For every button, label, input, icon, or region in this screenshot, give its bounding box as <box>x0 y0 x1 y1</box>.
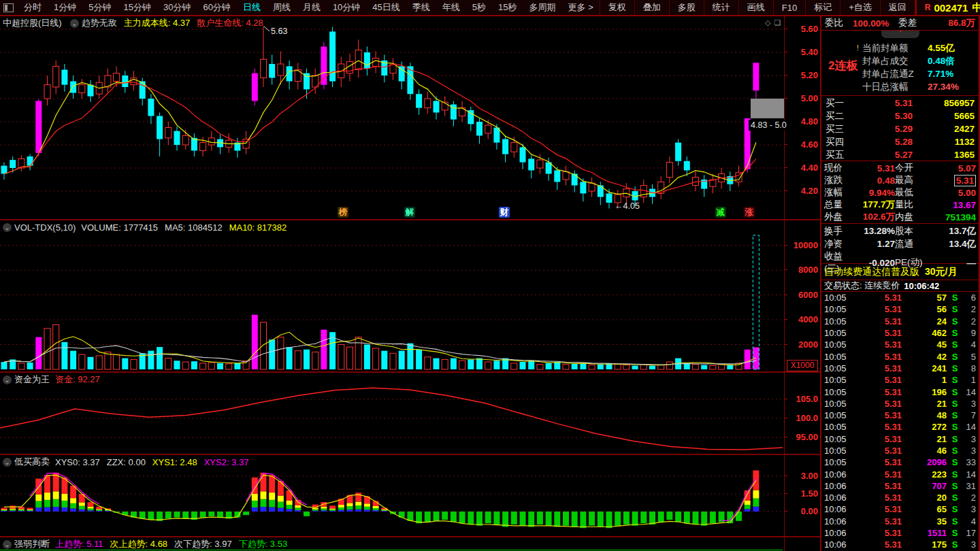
tick-count: 17 <box>963 528 976 538</box>
period-tab[interactable]: 15秒 <box>492 1 523 14</box>
chevron-down-icon[interactable]: ⌄ <box>3 375 12 384</box>
tick-price: 5.31 <box>857 457 902 467</box>
axis-tick-label: 5.20 <box>787 70 818 80</box>
quote-value: 5.31 <box>926 176 976 186</box>
window-icon[interactable] <box>3 3 14 12</box>
tick-direction: S <box>947 516 963 527</box>
svg-text:5.63: 5.63 <box>271 27 287 36</box>
volume-chart[interactable] <box>0 220 784 371</box>
toolbar-button[interactable]: 返回 <box>880 0 915 15</box>
period-tab[interactable]: 季线 <box>406 1 436 14</box>
tick-row: 10:065.3135S4 <box>821 516 979 527</box>
toolbar-button[interactable]: F10 <box>773 0 805 15</box>
axis-tick-label: 8000 <box>787 265 818 275</box>
limit-up-stats: !当前封单额4.55亿封单占成交0.48倍封单占流通Z7.71%十日总涨幅27.… <box>857 41 959 93</box>
toolbar-button[interactable]: 复权 <box>600 0 634 15</box>
quote-value: 13.7亿 <box>926 225 976 237</box>
period-tab[interactable]: 多周期 <box>523 1 562 14</box>
fundamental-grid: 换手13.28%股本13.7亿净资1.27流通13.4亿收益(三)-0.020P… <box>821 224 979 264</box>
quote-value: 102.6万 <box>853 211 895 223</box>
tick-time: 10:05 <box>824 457 857 467</box>
tick-time: 10:06 <box>824 481 857 491</box>
tick-time: 10:05 <box>824 352 857 362</box>
tick-row: 10:055.3156S2 <box>821 303 979 315</box>
top-menu-bar: 分时1分钟5分钟15分钟30分钟60分钟日线周线月线10分钟45日线季线年线5秒… <box>0 0 980 16</box>
event-marker-icon[interactable]: 解 <box>404 207 415 218</box>
stat-row: 十日总涨幅27.34% <box>857 80 959 93</box>
period-tab[interactable]: 15分钟 <box>117 1 157 14</box>
axis-tick-label: 0.00 <box>787 506 818 516</box>
period-tab[interactable]: 日线 <box>237 1 267 14</box>
tick-volume: 42 <box>902 352 947 362</box>
period-tab[interactable]: 10分钟 <box>327 1 366 14</box>
event-marker-icon[interactable]: 减 <box>715 207 726 218</box>
period-tab[interactable]: 5分钟 <box>82 1 117 14</box>
quote-row: 净资1.27流通13.4亿 <box>821 237 979 250</box>
collapse-chip[interactable]: ⌃ <box>881 31 919 38</box>
chevron-down-icon[interactable]: ⌄ <box>3 540 12 549</box>
toolbar-buttons: 复权叠加多股统计画线F10标记+自选返回 <box>600 0 915 15</box>
tick-price: 5.31 <box>857 339 902 350</box>
quote-row: 外盘102.6万内盘751394 <box>821 211 979 223</box>
toolbar-button[interactable]: 多股 <box>669 0 704 15</box>
period-tab[interactable]: 45日线 <box>366 1 406 14</box>
period-tab[interactable]: 周线 <box>267 1 297 14</box>
quote-label: 净资 <box>824 238 853 250</box>
tick-price: 5.31 <box>857 492 902 503</box>
chevron-down-icon[interactable]: ⌄ <box>70 19 79 28</box>
banner-price[interactable]: 30元/月 <box>925 266 957 278</box>
event-marker-icon[interactable]: 涨 <box>744 207 755 218</box>
period-tab[interactable]: 5秒 <box>466 1 492 14</box>
weicha-value: 86.8万 <box>948 17 975 29</box>
quote-label: 涨幅 <box>824 186 853 199</box>
quote-row: 换手13.28%股本13.7亿 <box>821 224 979 237</box>
tick-direction: S <box>947 339 963 350</box>
strength-up-label: 上趋势: 5.11 <box>55 538 103 550</box>
tick-count: 4 <box>963 516 976 527</box>
buy-price: 5.29 <box>855 124 913 134</box>
period-tab[interactable]: 60分钟 <box>197 1 236 14</box>
period-tab[interactable]: 分时 <box>18 1 48 14</box>
buy-price: 5.28 <box>855 137 913 147</box>
chevron-down-icon[interactable]: ⌄ <box>3 223 12 232</box>
volume-header: ⌄ VOL-TDX(5,10) VOLUME: 1777415 MA5: 108… <box>0 221 293 233</box>
tick-price: 5.31 <box>857 316 902 327</box>
chevron-down-icon[interactable]: ⌄ <box>3 458 12 467</box>
panel-icon[interactable]: ❏ <box>774 18 784 27</box>
period-tab[interactable]: 年线 <box>436 1 466 14</box>
tick-volume: 707 <box>902 481 947 491</box>
tick-price: 5.31 <box>857 504 902 514</box>
period-tab[interactable]: 30分钟 <box>157 1 197 14</box>
subscription-banner[interactable]: 自动续费通达信普及版 30元/月 <box>821 264 979 280</box>
lbgs-xys2-label: XYS2: 3.37 <box>204 457 249 467</box>
chart-header-icons[interactable]: ◇❏ <box>765 18 784 27</box>
axis-tick-label: 5.00 <box>787 93 818 103</box>
tick-row: 10:055.3148S7 <box>821 410 979 421</box>
event-marker-icon[interactable]: 财 <box>499 207 510 218</box>
buy-volume: 2427 <box>913 124 979 134</box>
candlestick-chart[interactable]: 5.63 <box>0 16 784 219</box>
stat-row: !当前封单额4.55亿 <box>857 41 959 54</box>
event-marker-icon[interactable]: 榜 <box>338 207 348 218</box>
period-tab[interactable]: 更多 > <box>562 1 600 14</box>
toolbar-button[interactable]: +自选 <box>840 0 880 15</box>
stock-title: R 002471 中超控股 <box>915 0 980 15</box>
tick-count: 14 <box>963 469 976 480</box>
tick-volume: 462 <box>902 328 947 338</box>
tick-direction: S <box>947 328 963 338</box>
tick-direction: S <box>947 446 963 456</box>
tick-volume: 56 <box>902 304 947 314</box>
tick-time: 10:05 <box>824 434 857 444</box>
period-tab[interactable]: 1分钟 <box>48 1 82 14</box>
toolbar-button[interactable]: 统计 <box>704 0 738 15</box>
tick-direction: S <box>947 504 963 514</box>
banner-text[interactable]: 自动续费通达信普及版 <box>824 266 919 278</box>
period-tab[interactable]: 月线 <box>297 1 327 14</box>
toolbar-button[interactable]: 叠加 <box>634 0 669 15</box>
toolbar-button[interactable]: 画线 <box>738 0 773 15</box>
fund-chart[interactable] <box>0 373 784 454</box>
quote-label: 涨跌 <box>824 174 853 186</box>
toolbar-button[interactable]: 标记 <box>805 0 840 15</box>
tick-list[interactable]: 10:055.3157S610:055.3156S210:055.3124S21… <box>821 292 979 551</box>
diamond-icon[interactable]: ◇ <box>765 18 774 27</box>
